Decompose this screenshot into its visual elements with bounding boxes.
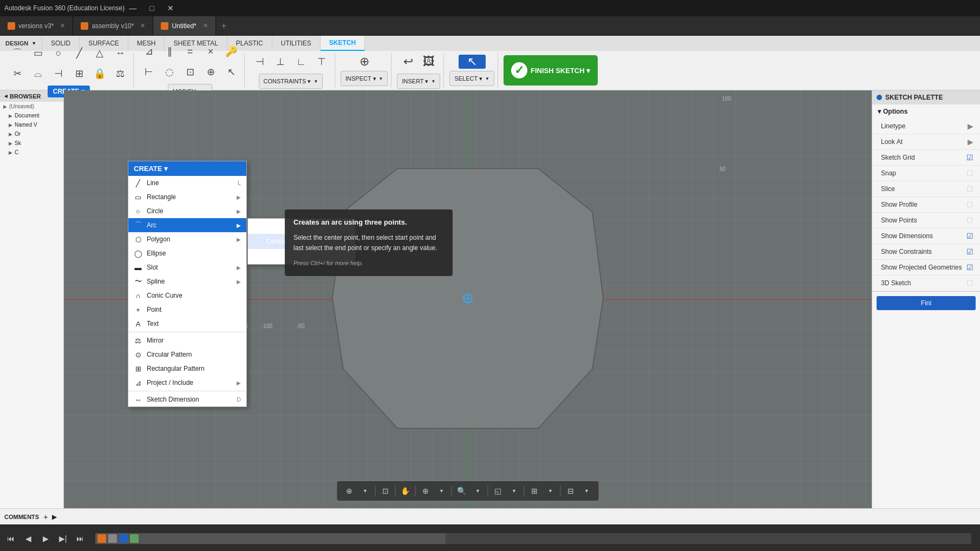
select-dropdown-button[interactable]: SELECT ▾ — [449, 71, 494, 86]
palette-row-show-profile[interactable]: Show Profile ☐ — [872, 197, 980, 213]
menu-item-circle[interactable]: ○ Circle ▶ — [128, 204, 246, 218]
tool-fillet[interactable]: ⌓ — [28, 64, 48, 83]
palette-row-lookat[interactable]: Look At ▶ — [872, 134, 980, 150]
timeline-to-start[interactable]: ⏮ — [4, 532, 17, 545]
finish-button[interactable]: Fini — [877, 296, 976, 310]
cbt-dropdown3[interactable]: ▼ — [471, 483, 486, 498]
close-button[interactable]: ✕ — [163, 3, 178, 14]
palette-row-3d-sketch[interactable]: 3D Sketch ☐ — [872, 276, 980, 291]
tab-assembly-close[interactable]: ✕ — [140, 22, 145, 29]
palette-row-snap[interactable]: Snap ☐ — [872, 166, 980, 181]
menu-item-polygon[interactable]: ⬡ Polygon ▶ — [128, 232, 246, 246]
cbt-dropdown1[interactable]: ▼ — [358, 483, 373, 498]
tool-rectangle[interactable]: ▭ — [28, 43, 48, 63]
tool-coincident[interactable]: × — [201, 42, 220, 61]
tool-line[interactable]: ╱ — [69, 43, 89, 63]
cbt-dropdown4[interactable]: ▼ — [507, 483, 522, 498]
browser-item-sketches[interactable]: ▶ Sk — [0, 139, 63, 148]
tool-lock[interactable]: 🔒 — [90, 64, 109, 83]
timeline-item-1[interactable] — [97, 534, 106, 543]
tab-untitled[interactable]: Untitled* ✕ — [153, 16, 215, 35]
tool-tangent[interactable]: ◌ — [160, 62, 179, 82]
ribbon-tab-utilities[interactable]: UTILITIES — [272, 36, 321, 51]
tool-arc[interactable]: ⌒ — [8, 43, 27, 63]
palette-row-linetype[interactable]: Linetype ▶ — [872, 119, 980, 134]
menu-item-arc[interactable]: ⌒ Arc ▶ ⌒ 3-Point Arc ⌒ Center Point Arc… — [128, 218, 246, 232]
tool-mirror[interactable]: ⚖ — [110, 64, 130, 83]
cbt-magnify[interactable]: 🔍 — [454, 483, 469, 498]
inspect-dropdown-button[interactable]: INSPECT ▾ — [341, 71, 388, 86]
cbt-grid-view[interactable]: ⊞ — [527, 483, 542, 498]
tool-constraints[interactable]: ⊿ — [139, 42, 159, 61]
browser-item-expand[interactable]: ▶ (Unsaved) — [0, 102, 63, 111]
tool-break[interactable]: ⊣ — [49, 64, 68, 83]
menu-item-mirror[interactable]: ⚖ Mirror — [128, 333, 246, 347]
comments-add-button[interactable]: + — [43, 513, 48, 521]
menu-item-circular-pattern[interactable]: ⊙ Circular Pattern — [128, 347, 246, 362]
menu-item-point[interactable]: + Point — [128, 303, 246, 317]
maximize-button[interactable]: □ — [145, 3, 158, 14]
cbt-zoom[interactable]: ⊕ — [418, 483, 433, 498]
tool-dimension[interactable]: ↔ — [110, 43, 130, 63]
cbt-dropdown2[interactable]: ▼ — [434, 483, 449, 498]
tool-lock2[interactable]: 🔑 — [221, 42, 241, 61]
timeline-play[interactable]: ▶ — [39, 532, 52, 545]
browser-item-component[interactable]: ▶ C — [0, 148, 63, 157]
timeline-prev[interactable]: ◀ — [22, 532, 35, 545]
browser-item-origin[interactable]: ▶ Or — [0, 129, 63, 139]
menu-item-spline[interactable]: 〜 Spline ▶ — [128, 274, 246, 288]
tool-trim[interactable]: ✂ — [8, 64, 27, 83]
menu-item-project-include[interactable]: ⊿ Project / Include ▶ — [128, 376, 246, 390]
palette-row-show-constraints[interactable]: Show Constraints ☑ — [872, 244, 980, 260]
palette-row-show-points[interactable]: Show Points ☐ — [872, 213, 980, 228]
palette-row-slice[interactable]: Slice ☐ — [872, 181, 980, 197]
tool-equal[interactable]: = — [180, 42, 200, 61]
tab-assembly[interactable]: assembly v10* ✕ — [73, 16, 153, 35]
tool-select-main[interactable]: ↖ — [459, 55, 486, 69]
timeline-item-4[interactable] — [130, 534, 139, 543]
cbt-view[interactable]: ◱ — [491, 483, 506, 498]
tab-untitled-close[interactable]: ✕ — [203, 22, 208, 29]
finish-sketch-button[interactable]: ✓ FINISH SKETCH ▾ — [504, 55, 598, 86]
tab-versions[interactable]: versions v3* ✕ — [0, 16, 73, 35]
tool-circle[interactable]: ○ — [49, 43, 68, 63]
menu-item-text[interactable]: A Text — [128, 317, 246, 331]
palette-row-show-dimensions[interactable]: Show Dimensions ☑ — [872, 228, 980, 244]
tool-select[interactable]: ↖ — [221, 62, 241, 82]
browser-item-document[interactable]: ▶ Document — [0, 111, 63, 120]
tool-move[interactable]: ⊕ — [201, 62, 220, 82]
constraints-dropdown-button[interactable]: CONSTRAINTS ▾ — [259, 74, 323, 89]
browser-item-named-views[interactable]: ▶ Named V — [0, 120, 63, 129]
cbt-dropdown6[interactable]: ▼ — [579, 483, 594, 498]
cbt-more[interactable]: ⊟ — [563, 483, 578, 498]
cbt-pan[interactable]: ✋ — [398, 483, 413, 498]
timeline-next[interactable]: ▶| — [56, 532, 69, 545]
insert-dropdown-button[interactable]: INSERT ▾ — [397, 74, 440, 89]
tab-versions-close[interactable]: ✕ — [60, 22, 65, 29]
menu-item-rectangular-pattern[interactable]: ⊞ Rectangular Pattern — [128, 362, 246, 376]
palette-row-sketch-grid[interactable]: Sketch Grid ☑ — [872, 150, 980, 166]
menu-item-slot[interactable]: ▬ Slot ▶ — [128, 260, 246, 274]
tool-triangle[interactable]: △ — [90, 43, 109, 63]
options-header[interactable]: ▾ Options — [872, 104, 980, 119]
menu-item-conic-curve[interactable]: ∩ Conic Curve — [128, 288, 246, 303]
tool-perpendicular[interactable]: ∟ — [291, 52, 311, 71]
menu-item-sketch-dimension[interactable]: ↔ Sketch Dimension D — [128, 392, 246, 406]
timeline-item-2[interactable] — [108, 534, 117, 543]
menu-item-rectangle[interactable]: ▭ Rectangle ▶ — [128, 190, 246, 204]
tool-offset[interactable]: ⊡ — [180, 62, 200, 82]
timeline-item-3[interactable] — [119, 534, 128, 543]
tab-add-button[interactable]: + — [216, 16, 232, 35]
tool-parallel[interactable]: ∥ — [160, 42, 179, 61]
ribbon-tab-sketch[interactable]: SKETCH — [321, 36, 365, 51]
timeline-track[interactable] — [95, 533, 971, 544]
menu-item-line[interactable]: ╱ Line L — [128, 176, 246, 190]
tool-insert2[interactable]: 🖼 — [419, 52, 439, 71]
tool-midpoint[interactable]: ⊤ — [312, 52, 331, 71]
tool-horizontal[interactable]: ⊣ — [250, 52, 270, 71]
menu-item-ellipse[interactable]: ◯ Ellipse — [128, 246, 246, 260]
palette-row-show-projected[interactable]: Show Projected Geometries ☑ — [872, 260, 980, 276]
tool-pattern[interactable]: ⊞ — [69, 64, 89, 83]
tool-extend[interactable]: ⊢ — [139, 62, 159, 82]
tool-insert1[interactable]: ↩ — [398, 52, 418, 71]
